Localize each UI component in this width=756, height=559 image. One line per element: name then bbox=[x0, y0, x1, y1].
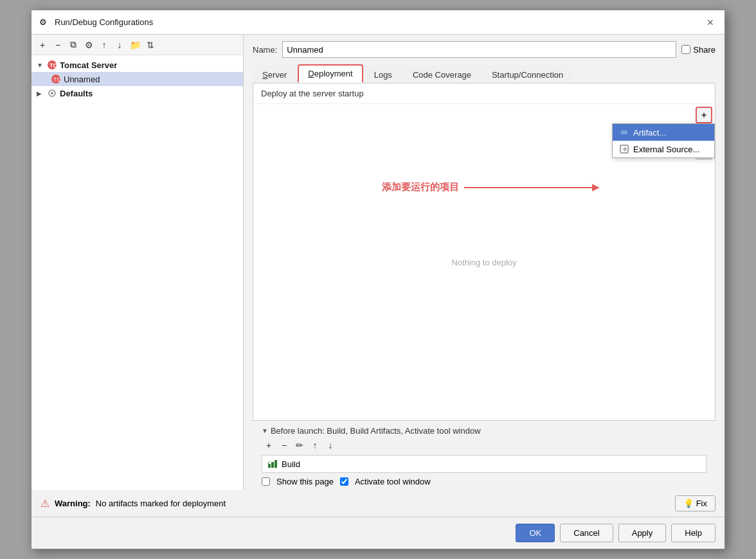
before-launch-header[interactable]: ▼ Before launch: Build, Build Artifacts,… bbox=[262, 426, 706, 436]
build-label: Build bbox=[282, 459, 300, 469]
show-page-label: Show this page bbox=[276, 477, 334, 486]
side-buttons: + Artifact... bbox=[693, 104, 715, 162]
edit-launch-button[interactable]: ✏ bbox=[292, 438, 307, 452]
before-launch-arrow: ▼ bbox=[262, 427, 268, 434]
tree-arrow-defaults: ▶ bbox=[37, 90, 44, 97]
svg-rect-9 bbox=[268, 464, 271, 468]
share-area: Share bbox=[681, 45, 716, 55]
cancel-button[interactable]: Cancel bbox=[560, 524, 613, 542]
warning-message: No artifacts marked for deployment bbox=[96, 499, 226, 508]
activate-tool-window-checkbox[interactable] bbox=[340, 477, 348, 486]
bottom-buttons: OK Cancel Apply Help bbox=[32, 517, 724, 549]
tabs-row: Server Deployment Logs Code Coverage Sta… bbox=[253, 64, 716, 84]
show-page-row: Show this page Activate tool window bbox=[262, 473, 706, 490]
annotation-text: 添加要运行的项目 bbox=[382, 181, 459, 193]
tab-content-deployment: Deploy at the server startup + bbox=[253, 84, 716, 421]
warning-bold: Warning: bbox=[55, 499, 91, 508]
defaults-icon bbox=[47, 88, 57, 98]
svg-rect-11 bbox=[274, 460, 277, 468]
artifact-icon bbox=[619, 127, 629, 138]
help-button[interactable]: Help bbox=[671, 524, 716, 542]
tree-item-tomcat-category[interactable]: ▼ TC Tomcat Server bbox=[32, 58, 243, 72]
down-launch-button[interactable]: ↓ bbox=[323, 438, 338, 452]
nothing-to-deploy-label: Nothing to deploy bbox=[451, 258, 516, 267]
dropdown-external-source[interactable]: External Source... bbox=[613, 141, 714, 157]
folder-button[interactable]: 📁 bbox=[128, 38, 142, 52]
remove-config-button[interactable]: − bbox=[51, 38, 65, 52]
tab-code-coverage-label: Code Coverage bbox=[413, 70, 471, 80]
annotation-arrow: 添加要运行的项目 bbox=[382, 181, 593, 193]
unnamed-label: Unnamed bbox=[64, 75, 100, 84]
config-tree: ▼ TC Tomcat Server TC bbox=[32, 55, 243, 490]
tab-logs[interactable]: Logs bbox=[364, 66, 402, 83]
tab-startup-connection[interactable]: Startup/Connection bbox=[482, 66, 573, 83]
svg-point-5 bbox=[51, 92, 53, 94]
right-panel: Name: Share Server Deployment Logs bbox=[244, 35, 724, 490]
svg-rect-7 bbox=[621, 130, 627, 134]
artifact-label: Artifact... bbox=[633, 128, 666, 138]
add-config-button[interactable]: + bbox=[35, 38, 50, 52]
svg-rect-10 bbox=[271, 462, 274, 468]
before-launch-section: ▼ Before launch: Build, Build Artifacts,… bbox=[253, 421, 716, 490]
external-source-icon bbox=[619, 144, 629, 154]
add-deployment-button[interactable]: + bbox=[696, 107, 712, 123]
title-bar: ⚙ Run/Debug Configurations ✕ bbox=[32, 10, 724, 35]
tree-item-defaults[interactable]: ▶ Defaults bbox=[32, 86, 243, 100]
launch-list: Build bbox=[262, 455, 706, 473]
apply-button[interactable]: Apply bbox=[618, 524, 667, 542]
tree-item-unnamed[interactable]: TC Unnamed bbox=[32, 72, 243, 86]
arrow-line bbox=[464, 187, 593, 188]
external-source-label: External Source... bbox=[633, 145, 699, 154]
tree-arrow-tomcat: ▼ bbox=[37, 62, 44, 69]
deploy-list-area: + Artifact... bbox=[253, 104, 715, 420]
move-down-button[interactable]: ↓ bbox=[113, 38, 127, 52]
dialog-icon: ⚙ bbox=[39, 17, 50, 28]
sort-button[interactable]: ⇅ bbox=[143, 38, 158, 52]
show-page-checkbox[interactable] bbox=[262, 477, 270, 486]
activate-tool-window-label: Activate tool window bbox=[355, 477, 431, 486]
deploy-header: Deploy at the server startup bbox=[253, 84, 715, 104]
run-debug-dialog: ⚙ Run/Debug Configurations ✕ + − ⧉ ⚙ ↑ ↓… bbox=[31, 10, 725, 549]
name-label: Name: bbox=[253, 45, 277, 55]
warning-icon: ⚠ bbox=[40, 497, 50, 510]
close-button[interactable]: ✕ bbox=[704, 16, 717, 29]
tab-code-coverage[interactable]: Code Coverage bbox=[403, 66, 481, 83]
tomcat-icon: TC bbox=[47, 60, 57, 70]
before-launch-toolbar: + − ✏ ↑ ↓ bbox=[262, 436, 706, 455]
fix-icon: 💡 bbox=[683, 499, 694, 508]
main-content: + − ⧉ ⚙ ↑ ↓ 📁 ⇅ ▼ TC bbox=[32, 35, 724, 490]
svg-line-12 bbox=[268, 461, 269, 464]
settings-config-button[interactable]: ⚙ bbox=[82, 38, 96, 52]
ok-button[interactable]: OK bbox=[516, 524, 555, 542]
defaults-label: Defaults bbox=[60, 89, 93, 98]
tab-startup-connection-label: Startup/Connection bbox=[492, 70, 563, 80]
unnamed-icon: TC bbox=[51, 74, 61, 84]
warning-row: ⚠ Warning: No artifacts marked for deplo… bbox=[32, 490, 724, 517]
before-launch-label: Before launch: Build, Build Artifacts, A… bbox=[271, 426, 481, 436]
share-label: Share bbox=[693, 45, 716, 55]
share-checkbox[interactable] bbox=[681, 45, 690, 54]
name-input[interactable] bbox=[282, 41, 676, 58]
fix-label: Fix bbox=[696, 499, 707, 508]
dialog-title: Run/Debug Configurations bbox=[55, 17, 153, 27]
tab-server[interactable]: Server bbox=[253, 66, 296, 83]
build-icon bbox=[267, 459, 278, 469]
deployment-dropdown: Artifact... External Source... bbox=[612, 123, 715, 158]
svg-text:TC: TC bbox=[50, 62, 57, 69]
tree-toolbar: + − ⧉ ⚙ ↑ ↓ 📁 ⇅ bbox=[32, 35, 243, 55]
up-launch-button[interactable]: ↑ bbox=[308, 438, 322, 452]
left-panel: + − ⧉ ⚙ ↑ ↓ 📁 ⇅ ▼ TC bbox=[32, 35, 244, 490]
move-up-button[interactable]: ↑ bbox=[97, 38, 111, 52]
tomcat-category-label: Tomcat Server bbox=[60, 60, 117, 70]
dropdown-artifact[interactable]: Artifact... bbox=[613, 124, 714, 141]
tab-server-label: Server bbox=[262, 70, 287, 80]
remove-launch-button[interactable]: − bbox=[277, 438, 291, 452]
add-launch-button[interactable]: + bbox=[262, 438, 276, 452]
fix-button[interactable]: 💡 Fix bbox=[675, 495, 716, 511]
tab-deployment-label: Deployment bbox=[308, 69, 352, 78]
tab-logs-label: Logs bbox=[374, 70, 392, 80]
tab-deployment[interactable]: Deployment bbox=[298, 64, 363, 83]
copy-config-button[interactable]: ⧉ bbox=[66, 38, 80, 52]
title-bar-left: ⚙ Run/Debug Configurations bbox=[39, 17, 153, 28]
name-row: Name: Share bbox=[253, 41, 716, 58]
